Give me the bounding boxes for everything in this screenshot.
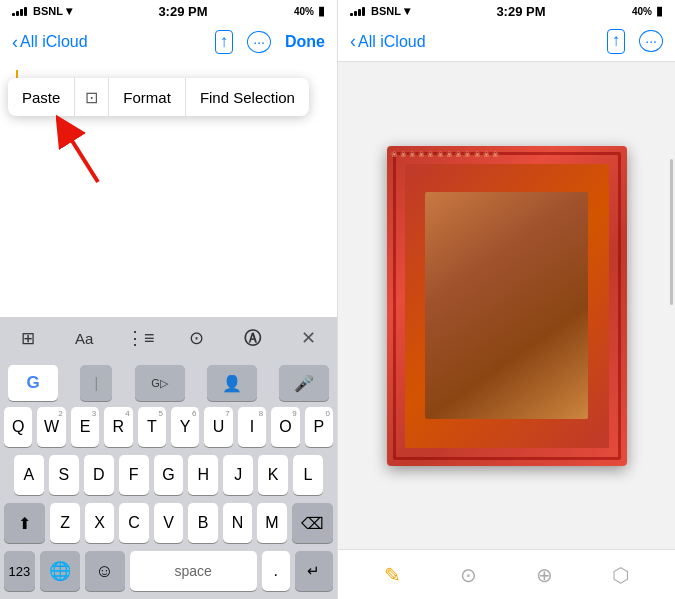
back-label: All iCloud (20, 33, 88, 51)
right-camera-icon[interactable]: ⊙ (460, 563, 477, 587)
signal-bar-1 (12, 13, 15, 16)
font-button[interactable]: Aa (68, 322, 100, 354)
pipe-key[interactable]: | (80, 365, 112, 401)
asdf-row: A S D F G H J K L (4, 455, 333, 495)
left-status-bar: BSNL ▾ 3:29 PM 40% ▮ (0, 0, 337, 22)
photo-area (338, 62, 675, 549)
carrier-left: BSNL (33, 5, 63, 17)
scan-menu-item[interactable]: ⊡ (75, 78, 109, 116)
chevron-left-icon: ‹ (12, 32, 18, 53)
key-s[interactable]: S (49, 455, 79, 495)
key-d[interactable]: D (84, 455, 114, 495)
battery-level-left: 40% (294, 6, 314, 17)
find-selection-menu-item[interactable]: Find Selection (186, 78, 309, 116)
key-p[interactable]: P0 (305, 407, 333, 447)
right-status-right: 40% ▮ (632, 4, 663, 18)
key-t[interactable]: T5 (138, 407, 166, 447)
camera-button[interactable]: ⊙ (181, 322, 213, 354)
globe-key[interactable]: 🌐 (40, 551, 80, 591)
key-k[interactable]: K (258, 455, 288, 495)
key-u[interactable]: U7 (204, 407, 232, 447)
right-more-icon[interactable]: ··· (639, 30, 663, 52)
key-g[interactable]: G (154, 455, 184, 495)
right-status-bar: BSNL ▾ 3:29 PM 40% ▮ (338, 0, 675, 22)
key-l[interactable]: L (293, 455, 323, 495)
done-button[interactable]: Done (285, 33, 325, 51)
key-e[interactable]: E3 (71, 407, 99, 447)
translate-key[interactable]: G▷ (135, 365, 185, 401)
key-h[interactable]: H (188, 455, 218, 495)
shift-key[interactable]: ⬆ (4, 503, 45, 543)
key-a[interactable]: A (14, 455, 44, 495)
frame-center (425, 192, 588, 419)
key-n[interactable]: N (223, 503, 252, 543)
right-back-label: All iCloud (358, 33, 426, 51)
key-z[interactable]: Z (50, 503, 79, 543)
right-share-bottom-icon[interactable]: ⬡ (612, 563, 629, 587)
period-key[interactable]: . (262, 551, 290, 591)
key-f[interactable]: F (119, 455, 149, 495)
note-icon[interactable]: ✎ (384, 563, 401, 587)
right-nav-bar: ‹ All iCloud ↑ ··· (338, 22, 675, 62)
keyboard-toolbar: ⊞ Aa ⋮≡ ⊙ Ⓐ ✕ (0, 317, 337, 359)
right-search-icon[interactable]: ⊕ (536, 563, 553, 587)
key-c[interactable]: C (119, 503, 148, 543)
notes-content[interactable] (0, 96, 337, 317)
key-m[interactable]: M (257, 503, 286, 543)
signal-bar-3 (20, 9, 23, 16)
left-status-right: 40% ▮ (294, 4, 325, 18)
format-menu-item[interactable]: Format (109, 78, 186, 116)
delete-key[interactable]: ⌫ (292, 503, 333, 543)
space-key[interactable]: space (130, 551, 257, 591)
num-key[interactable]: 123 (4, 551, 35, 591)
right-nav-actions: ↑ ··· (607, 29, 663, 53)
paste-menu-item[interactable]: Paste (8, 78, 75, 116)
right-back-button[interactable]: ‹ All iCloud (350, 31, 426, 52)
key-i[interactable]: I8 (238, 407, 266, 447)
key-w[interactable]: W2 (37, 407, 65, 447)
signal-bar-4 (24, 7, 27, 16)
time-left: 3:29 PM (158, 4, 207, 19)
battery-icon-left: ▮ (318, 4, 325, 18)
right-bottom-bar: ✎ ⊙ ⊕ ⬡ (338, 549, 675, 599)
right-signal-bars (350, 6, 365, 16)
list-button[interactable]: ⋮≡ (124, 322, 156, 354)
key-j[interactable]: J (223, 455, 253, 495)
emoji-key[interactable]: ☺ (85, 551, 125, 591)
right-chevron-icon: ‹ (350, 31, 356, 52)
google-key[interactable]: G (8, 365, 58, 401)
frame-outer (387, 146, 627, 466)
back-button[interactable]: ‹ All iCloud (12, 32, 88, 53)
table-button[interactable]: ⊞ (12, 322, 44, 354)
bottom-key-row: 123 🌐 ☺ space . ↵ (4, 551, 333, 591)
special-key-row: G | G▷ 👤 🎤 (4, 363, 333, 403)
key-q[interactable]: Q (4, 407, 32, 447)
right-battery-level: 40% (632, 6, 652, 17)
return-key[interactable]: ↵ (295, 551, 333, 591)
right-wifi-icon: ▾ (404, 4, 410, 18)
close-keyboard-button[interactable]: ✕ (293, 322, 325, 354)
nav-actions: ↑ ··· Done (215, 30, 325, 54)
text-style-button[interactable]: Ⓐ (237, 322, 269, 354)
keyboard: G | G▷ 👤 🎤 Q W2 E3 R4 T5 Y6 U7 I8 O9 P0 … (0, 359, 337, 599)
frame-inner (405, 164, 609, 448)
right-status-left: BSNL ▾ (350, 4, 410, 18)
right-share-icon[interactable]: ↑ (607, 29, 626, 53)
right-signal-bar-4 (362, 7, 365, 16)
key-o[interactable]: O9 (271, 407, 299, 447)
scroll-indicator[interactable] (670, 159, 673, 305)
key-v[interactable]: V (154, 503, 183, 543)
more-icon[interactable]: ··· (247, 31, 271, 53)
key-b[interactable]: B (188, 503, 217, 543)
photo-frame (387, 146, 627, 466)
red-arrow (56, 112, 116, 196)
key-x[interactable]: X (85, 503, 114, 543)
key-r[interactable]: R4 (104, 407, 132, 447)
contacts-key[interactable]: 👤 (207, 365, 257, 401)
left-status-left: BSNL ▾ (12, 4, 72, 18)
wifi-icon: ▾ (66, 4, 72, 18)
share-icon[interactable]: ↑ (215, 30, 234, 54)
key-y[interactable]: Y6 (171, 407, 199, 447)
left-panel: BSNL ▾ 3:29 PM 40% ▮ ‹ All iCloud ↑ ··· … (0, 0, 338, 599)
mic-key[interactable]: 🎤 (279, 365, 329, 401)
